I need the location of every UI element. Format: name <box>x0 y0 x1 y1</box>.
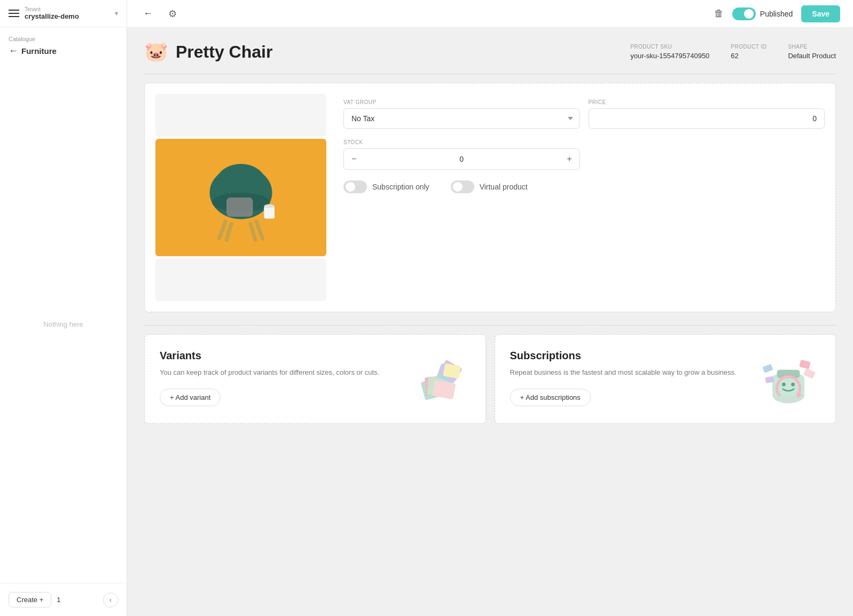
stock-label: STOCK <box>343 139 580 145</box>
back-button[interactable]: ← <box>140 6 156 22</box>
published-toggle-switch[interactable] <box>732 7 756 20</box>
menu-icon[interactable] <box>9 10 19 17</box>
cards-row: Variants You can keep track of product v… <box>144 334 836 424</box>
product-sku: PRODUCT SKU your-sku-1554795740950 <box>630 44 709 60</box>
svg-line-6 <box>220 222 226 239</box>
subscriptions-description: Repeat business is the fastest and most … <box>510 367 746 378</box>
sku-label: PRODUCT SKU <box>630 44 709 50</box>
vat-group: VAT GROUP No Tax <box>343 99 580 129</box>
sidebar: Tenant crystallize-demo ▾ Catalogue ← Fu… <box>0 0 127 616</box>
subscriptions-card: Subscriptions Repeat business is the fas… <box>495 334 836 424</box>
topbar: ← ⚙ 🗑 Published Save <box>127 0 853 28</box>
section-divider <box>144 74 836 74</box>
svg-rect-23 <box>762 364 773 373</box>
toggle-row: Subscription only Virtual product <box>343 180 825 193</box>
add-subscriptions-button[interactable]: + Add subscriptions <box>510 389 591 406</box>
virtual-product-toggle[interactable] <box>451 180 474 193</box>
virtual-product-label: Virtual product <box>480 183 528 191</box>
product-id: PRODUCT ID 62 <box>731 44 766 60</box>
form-section: VAT GROUP No Tax PRICE STOCK − <box>343 94 825 301</box>
product-id-label: PRODUCT ID <box>731 44 766 50</box>
sidebar-header: Tenant crystallize-demo ▾ <box>0 0 127 27</box>
price-input[interactable] <box>589 108 825 129</box>
shape-label: SHAPE <box>788 44 836 50</box>
delete-button[interactable]: 🗑 <box>714 8 724 19</box>
back-to-furniture[interactable]: ← Furniture <box>9 45 118 57</box>
variants-card: Variants You can keep track of product v… <box>144 334 486 424</box>
stock-row: STOCK − + <box>343 139 825 170</box>
price-label: PRICE <box>589 99 825 105</box>
sidebar-footer: Create + 1 ‹ <box>0 583 127 616</box>
stock-group: STOCK − + <box>343 139 580 170</box>
back-arrow-icon: ← <box>9 45 18 57</box>
chair-svg <box>193 149 289 246</box>
catalogue-label: Catalogue <box>9 36 118 42</box>
product-icon: 🐷 <box>144 41 168 63</box>
product-body: VAT GROUP No Tax PRICE STOCK − <box>144 83 836 312</box>
svg-point-26 <box>791 383 795 386</box>
published-toggle: Published <box>732 7 793 20</box>
chevron-down-icon[interactable]: ▾ <box>115 10 118 17</box>
stock-control: − + <box>343 148 580 170</box>
stock-increment-button[interactable]: + <box>559 149 579 169</box>
stock-input[interactable] <box>364 155 559 163</box>
virtual-product-toggle-item: Virtual product <box>451 180 528 193</box>
product-id-value: 62 <box>731 52 738 60</box>
topbar-left: ← ⚙ <box>140 6 181 22</box>
subscription-only-toggle-item: Subscription only <box>343 180 429 193</box>
collapse-sidebar-button[interactable]: ‹ <box>103 593 118 607</box>
empty-group <box>589 139 825 170</box>
nothing-here-label: Nothing here <box>43 320 83 328</box>
shape-value: Default Product <box>788 52 836 60</box>
chair-image <box>155 139 326 256</box>
add-variant-button[interactable]: + Add variant <box>160 389 221 406</box>
svg-rect-21 <box>799 360 811 369</box>
subscription-only-label: Subscription only <box>372 183 429 191</box>
product-title: Pretty Chair <box>176 42 272 62</box>
vat-group-label: VAT GROUP <box>343 99 580 105</box>
main-content: ← ⚙ 🗑 Published Save 🐷 Pretty Chair PROD… <box>127 0 853 616</box>
subscriptions-title: Subscriptions <box>510 350 746 362</box>
svg-point-25 <box>782 383 786 386</box>
product-meta: PRODUCT SKU your-sku-1554795740950 PRODU… <box>630 44 836 60</box>
image-section <box>155 94 326 301</box>
published-label: Published <box>760 10 793 18</box>
page-number: 1 <box>57 596 60 604</box>
topbar-right: 🗑 Published Save <box>714 5 840 22</box>
sidebar-content: Nothing here <box>0 65 127 583</box>
svg-point-5 <box>264 204 275 208</box>
image-placeholder-bottom <box>155 258 326 301</box>
svg-rect-3 <box>226 198 253 217</box>
section-divider-2 <box>144 325 836 326</box>
variants-title: Variants <box>160 350 396 362</box>
vat-price-row: VAT GROUP No Tax PRICE <box>343 99 825 129</box>
svg-rect-16 <box>443 364 461 379</box>
svg-line-7 <box>256 222 263 239</box>
content-area: 🐷 Pretty Chair PRODUCT SKU your-sku-1554… <box>127 28 853 616</box>
tenant-label: Tenant <box>25 6 109 12</box>
furniture-link-label: Furniture <box>21 46 57 56</box>
variants-card-text: Variants You can keep track of product v… <box>160 350 396 406</box>
create-button[interactable]: Create + <box>9 592 51 607</box>
image-placeholder-top <box>155 94 326 137</box>
subscription-only-toggle[interactable] <box>343 180 367 193</box>
vat-group-select[interactable]: No Tax <box>343 108 580 129</box>
catalogue-nav: Catalogue ← Furniture <box>0 27 127 65</box>
save-button[interactable]: Save <box>801 5 840 22</box>
product-shape: SHAPE Default Product <box>788 44 836 60</box>
variants-description: You can keep track of product variants f… <box>160 367 396 378</box>
variants-illustration <box>406 350 471 408</box>
subscriptions-card-text: Subscriptions Repeat business is the fas… <box>510 350 746 406</box>
svg-line-9 <box>251 224 255 240</box>
tenant-name: crystallize-demo <box>25 12 109 20</box>
product-header: 🐷 Pretty Chair PRODUCT SKU your-sku-1554… <box>144 41 836 63</box>
tenant-info: Tenant crystallize-demo <box>25 6 109 20</box>
settings-button[interactable]: ⚙ <box>165 6 181 22</box>
svg-rect-22 <box>803 368 816 379</box>
subscriptions-illustration <box>756 350 820 408</box>
svg-line-8 <box>226 224 231 240</box>
price-group: PRICE <box>589 99 825 129</box>
stock-decrement-button[interactable]: − <box>344 149 364 169</box>
sku-value: your-sku-1554795740950 <box>630 52 709 60</box>
